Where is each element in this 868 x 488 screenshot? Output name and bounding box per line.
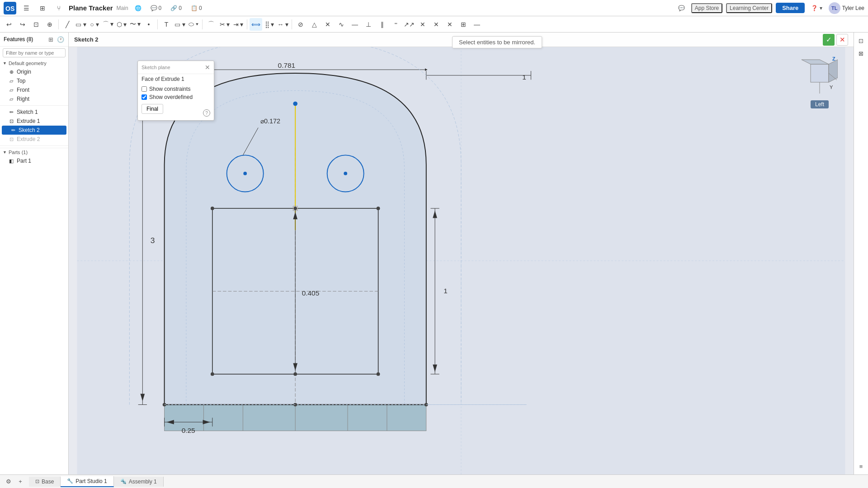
front-label: Front xyxy=(17,87,29,93)
face-button[interactable]: ⊠ xyxy=(856,48,867,59)
sketch-cancel-button[interactable]: ✕ xyxy=(836,34,848,46)
chat-icon-btn[interactable]: 💬 xyxy=(675,4,688,12)
tab-assembly[interactable]: 🔩 Assembly 1 xyxy=(114,477,164,487)
layers-button[interactable]: ≡ xyxy=(856,461,867,472)
comment-count[interactable]: 💬 0 xyxy=(148,4,165,12)
sidebar-item-extrude1[interactable]: ⊡ Extrude 1 xyxy=(0,117,68,126)
redo-button[interactable]: ↪ xyxy=(16,18,29,31)
text-tool[interactable]: T xyxy=(160,18,173,31)
spline-tool[interactable]: 〜 ▾ xyxy=(129,18,142,31)
extrude2-icon: ⊡ xyxy=(8,136,14,142)
sketch-tool-extra13[interactable]: ⊞ xyxy=(457,18,470,31)
sketch-tool-extra3[interactable]: ✕ xyxy=(321,18,334,31)
sidebar-item-part1[interactable]: ◧ Part 1 xyxy=(0,156,68,165)
sidebar-item-top[interactable]: ▱ Top xyxy=(0,76,68,85)
extrude1-label: Extrude 1 xyxy=(17,118,40,124)
undo-button[interactable]: ↩ xyxy=(3,18,15,31)
sketch-header-actions: ✓ ✕ xyxy=(823,34,848,46)
polygon-tool[interactable]: ⬡ ▾ xyxy=(115,18,128,31)
left-view-button[interactable]: Left xyxy=(811,100,829,108)
fillet-tool[interactable]: ⌒ xyxy=(205,18,217,31)
tab-base[interactable]: ⊡ Base xyxy=(29,477,61,487)
doc-icon[interactable]: ⊞ xyxy=(36,2,49,14)
chevron-down-icon-parts: ▼ xyxy=(3,150,7,155)
sketch-tool-extra10[interactable]: ✕ xyxy=(416,18,429,31)
pattern-tool[interactable]: ⣿ ▾ xyxy=(263,18,276,31)
trim-tool[interactable]: ✂ ▾ xyxy=(218,18,231,31)
global-icon[interactable]: 🌐 xyxy=(132,4,144,12)
point-tool[interactable]: • xyxy=(142,18,155,31)
svg-point-62 xyxy=(211,206,214,210)
sidebar-filter-icon[interactable]: ⊞ xyxy=(47,35,55,43)
avatar: TL xyxy=(829,2,840,14)
sketch-tool-extra5[interactable]: — xyxy=(349,18,361,31)
final-button[interactable]: Final xyxy=(142,104,163,114)
view-options-button[interactable]: ⊡ xyxy=(856,35,867,46)
parts-section-header[interactable]: ▼ Parts (1) xyxy=(0,148,68,156)
offset-tool[interactable]: ⇥ ▾ xyxy=(232,18,245,31)
sketch-confirm-button[interactable]: ✓ xyxy=(823,34,835,46)
svg-text:⌀0.172: ⌀0.172 xyxy=(260,117,280,125)
tab-part-studio[interactable]: 🔧 Part Studio 1 xyxy=(61,476,113,487)
sidebar-item-front[interactable]: ▱ Front xyxy=(0,85,68,94)
help-icon[interactable]: ? xyxy=(203,109,210,117)
slot-tool[interactable]: ▭ ▾ xyxy=(174,18,186,31)
popup-close-button[interactable]: ✕ xyxy=(205,64,210,71)
rect-tool[interactable]: ▭ ▾ xyxy=(75,18,87,31)
sketch-tool-extra7[interactable]: ∥ xyxy=(376,18,388,31)
help-dropdown[interactable]: ❓ ▾ xyxy=(808,4,825,12)
history-count[interactable]: 📋 0 xyxy=(188,4,205,12)
link-count[interactable]: 🔗 0 xyxy=(168,4,184,12)
mirror-tool[interactable]: ⟺ xyxy=(250,18,262,31)
filter-input[interactable] xyxy=(3,48,66,57)
sketch-tool-extra4[interactable]: ∿ xyxy=(335,18,348,31)
sidebar-item-sketch1[interactable]: ✏ Sketch 1 xyxy=(0,108,68,117)
sidebar-item-sketch2[interactable]: ✏ Sketch 2 xyxy=(2,126,66,135)
svg-marker-69 xyxy=(802,60,829,64)
user-avatar-btn[interactable]: TL Tyler Lee xyxy=(829,2,864,14)
sketch-tool-extra6[interactable]: ⊥ xyxy=(362,18,375,31)
hamburger-icon[interactable]: ☰ xyxy=(20,2,33,14)
circle-tool[interactable]: ○ ▾ xyxy=(88,18,101,31)
sketch-icon: ✏ xyxy=(8,109,14,115)
show-overdefined-label: Show overdefined xyxy=(149,94,193,100)
sketch-tool-extra12[interactable]: ✕ xyxy=(443,18,456,31)
show-overdefined-row: Show overdefined xyxy=(138,93,214,101)
sketch-tool-extra9[interactable]: ↗↗ xyxy=(403,18,415,31)
svg-point-60 xyxy=(293,206,297,210)
add-tab-plus[interactable]: + xyxy=(15,477,25,487)
svg-point-63 xyxy=(377,206,380,210)
sidebar-history-icon[interactable]: 🕐 xyxy=(57,35,65,43)
orientation-svg: Z Y xyxy=(802,55,838,100)
import-button[interactable]: ⊕ xyxy=(43,18,56,31)
part1-label: Part 1 xyxy=(17,158,31,164)
line-tool[interactable]: ╱ xyxy=(61,18,74,31)
svg-text:0.25: 0.25 xyxy=(182,427,195,434)
sketch-tool-extra2[interactable]: △ xyxy=(308,18,321,31)
app-store-button[interactable]: App Store xyxy=(691,3,722,13)
ellipse-tool[interactable]: ⬭ ▾ xyxy=(187,18,200,31)
history-icon: 📋 xyxy=(191,5,198,11)
sidebar-header-title: Features (8) xyxy=(4,36,33,42)
origin-label: Origin xyxy=(17,69,31,75)
transform-tool[interactable]: ↔ ▾ xyxy=(277,18,289,31)
sidebar-item-extrude2[interactable]: ⊡ Extrude 2 xyxy=(0,135,68,144)
sketch-tool-extra11[interactable]: ✕ xyxy=(430,18,443,31)
add-tab-button[interactable]: ⚙ xyxy=(4,477,14,487)
sketch-tool-extra14[interactable]: — xyxy=(471,18,483,31)
orientation-cube[interactable]: Z Y Left xyxy=(799,55,840,114)
show-overdefined-checkbox[interactable] xyxy=(142,94,147,100)
arc-tool[interactable]: ⌒ ▾ xyxy=(102,18,114,31)
link-icon: 🔗 xyxy=(170,5,177,11)
learning-center-button[interactable]: Learning Center xyxy=(726,3,772,13)
sketch-tool-extra1[interactable]: ⊘ xyxy=(294,18,307,31)
sketch-tool-extra8[interactable]: ⁼ xyxy=(389,18,402,31)
sidebar-item-origin[interactable]: ⊕ Origin xyxy=(0,67,68,76)
sidebar-item-right[interactable]: ▱ Right xyxy=(0,94,68,103)
default-geometry-section[interactable]: ▼ Default geometry xyxy=(0,59,68,67)
share-button[interactable]: Share xyxy=(776,3,805,13)
branch-icon[interactable]: ⑂ xyxy=(52,2,65,14)
canvas[interactable]: Sketch 2 ✓ ✕ Select entities to be mirro… xyxy=(69,33,854,474)
new-doc-button[interactable]: ⊡ xyxy=(30,18,42,31)
show-constraints-checkbox[interactable] xyxy=(142,86,147,92)
